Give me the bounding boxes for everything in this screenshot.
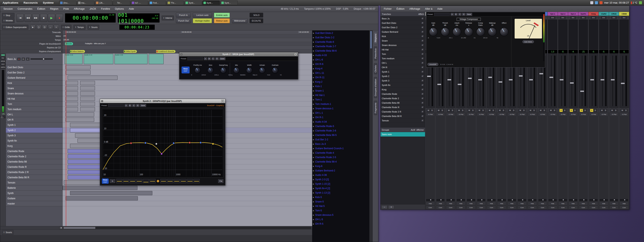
window-titlebar[interactable]: Synth 2 : GRAPH-EQ2 (par linuxDSP) ✕: [100, 99, 225, 103]
track-header[interactable]: Tom: [6, 101, 62, 107]
scrollbar-thumb[interactable]: [64, 227, 96, 229]
track-header[interactable]: master: [6, 201, 62, 206]
goto-start-button[interactable]: [16, 14, 24, 22]
eq-band-slider[interactable]: [130, 179, 136, 183]
mixer-strip[interactable]: ClaRdEnr-0.MS-G PistmasCom: [599, 12, 609, 209]
scroll-left-button[interactable]: [59, 226, 62, 229]
output-button[interactable]: mas: [579, 202, 588, 205]
expand-arrow-icon[interactable]: [313, 223, 314, 225]
expand-arrow-icon[interactable]: [313, 121, 314, 123]
comments-button[interactable]: Com: [579, 206, 588, 209]
region-list-item[interactable]: Clarinette Rode 2-5: [312, 155, 369, 160]
eq-band-slider[interactable]: [167, 179, 173, 183]
tranche-row[interactable]: Snare dessous: [380, 43, 425, 47]
region-list-item[interactable]: Guit Bert Disto-2: [312, 31, 369, 35]
strip-group-button[interactable]: -G Pist: [0, 115, 6, 118]
expand-arrow-icon[interactable]: [313, 165, 314, 167]
eq-band-slider[interactable]: [143, 179, 149, 183]
fast-forward-button[interactable]: [32, 14, 40, 22]
expand-arrow-icon[interactable]: [313, 85, 314, 87]
solo-button[interactable]: S: [543, 109, 546, 112]
knob-control[interactable]: [500, 27, 508, 36]
region-list-item[interactable]: Guit Ber 2-2: [312, 137, 369, 142]
comments-button[interactable]: Com: [610, 206, 619, 209]
solo-button[interactable]: S: [563, 109, 566, 112]
eq-band-slider[interactable]: [187, 179, 193, 183]
region-list-item[interactable]: Snare-1: [312, 88, 369, 93]
expand-arrow-icon[interactable]: [313, 126, 314, 127]
region-list-item[interactable]: Clarinette Beta 98-6: [312, 49, 369, 53]
track-header[interactable]: Guit Bert Disto: [6, 65, 62, 70]
track-header[interactable]: Synth 1: [6, 123, 62, 128]
location-marker[interactable]: Début Batterie: [70, 50, 85, 53]
expand-arrow-icon[interactable]: [313, 170, 314, 172]
group-button[interactable]: -G Pist: [599, 112, 608, 116]
side-tab-clich-s[interactable]: Clichés: [374, 63, 377, 74]
mixer-strip[interactable]: Syn 1Enr1.3MS-G PistmasCom: [548, 12, 558, 209]
record-enable-button[interactable]: Enr: [570, 16, 576, 19]
eq-band-slider[interactable]: [174, 179, 180, 183]
region-list-item[interactable]: Clarinette Rode 2-6: [312, 129, 369, 133]
solo-button[interactable]: s: [26, 58, 30, 61]
mute-button[interactable]: M: [610, 109, 614, 112]
expand-arrow-icon[interactable]: [313, 59, 314, 61]
tranche-row[interactable]: Guit Bert Disto: [380, 21, 425, 25]
region-list-item[interactable]: OH L-5: [312, 217, 369, 222]
comments-button[interactable]: Com: [436, 206, 445, 209]
mute-button[interactable]: M: [580, 109, 583, 112]
mouse-combo[interactable]: Souris: [88, 25, 99, 30]
track-header[interactable]: Synth 2: [6, 128, 62, 133]
audio-region[interactable]: [66, 81, 78, 85]
preset-b-button[interactable]: B: [208, 57, 211, 60]
track-header[interactable]: Clarinette Rode 2 R: [6, 170, 62, 175]
shuttle-wheel-combo[interactable]: Molette: [2, 18, 14, 23]
region-list-item[interactable]: Tom-1: [312, 97, 369, 102]
visible-checkbox[interactable]: [421, 44, 424, 46]
processor-box[interactable]: [579, 20, 588, 49]
audio-region[interactable]: [70, 144, 100, 148]
region-list-item[interactable]: OH R-6: [312, 62, 369, 66]
pan-slider[interactable]: [446, 199, 455, 201]
mute-button[interactable]: M: [600, 109, 604, 112]
expand-arrow-icon[interactable]: [313, 116, 314, 118]
mute-button[interactable]: M: [549, 109, 552, 112]
output-button[interactable]: mas: [477, 202, 486, 205]
preset-save-button[interactable]: Save: [466, 13, 472, 16]
processor-box[interactable]: [589, 20, 598, 49]
pan-slider[interactable]: [426, 199, 434, 201]
fader-handle[interactable]: [560, 79, 564, 81]
preset-save-button[interactable]: Save: [140, 104, 146, 107]
notification-icon[interactable]: [600, 1, 602, 4]
expand-arrow-icon[interactable]: [313, 192, 314, 194]
fader-handle[interactable]: [427, 75, 431, 77]
pan-slider[interactable]: [487, 199, 496, 201]
ruler-row[interactable]: BoucleFedaykin - Who are you ?: [62, 42, 312, 46]
visible-checkbox[interactable]: [421, 115, 424, 117]
processor-box[interactable]: [548, 20, 557, 49]
fader-handle[interactable]: [529, 79, 533, 81]
region-list-item[interactable]: Snare dessous-1: [312, 106, 369, 111]
fader-handle[interactable]: [570, 82, 574, 84]
output-button[interactable]: mas: [446, 202, 455, 205]
taskbar-window-button[interactable]: Synt...: [220, 1, 238, 5]
pan-slider[interactable]: [610, 199, 618, 201]
strip-plugin-vc2[interactable]: VC2: [0, 63, 6, 66]
gain-meter-button[interactable]: Gain Meter: [522, 40, 534, 43]
mute-button[interactable]: M: [539, 109, 542, 112]
taskbar-window-button[interactable]: ma...: [77, 1, 94, 5]
fader-handle[interactable]: [508, 79, 513, 81]
mute-button[interactable]: M: [590, 109, 593, 112]
region-list-item[interactable]: Snare dessous-5: [312, 213, 369, 217]
expand-arrow-icon[interactable]: [313, 196, 314, 198]
group-button[interactable]: -G Pist: [620, 112, 629, 116]
preset-d-button[interactable]: D: [462, 13, 466, 16]
fader-handle[interactable]: [498, 81, 502, 83]
remove-group-button[interactable]: −: [381, 205, 388, 209]
ruler-label-plages-de-boucle-punch[interactable]: Plages de boucle/punch: [0, 42, 62, 46]
mute-button[interactable]: M: [570, 109, 573, 112]
group-button[interactable]: -G Pist: [436, 112, 445, 116]
comments-button[interactable]: Com: [568, 206, 578, 209]
region-list-item[interactable]: Guit Ber Disto 2-2: [312, 35, 369, 40]
tranche-row[interactable]: OH R: [380, 65, 425, 70]
audio-region[interactable]: [80, 81, 95, 85]
